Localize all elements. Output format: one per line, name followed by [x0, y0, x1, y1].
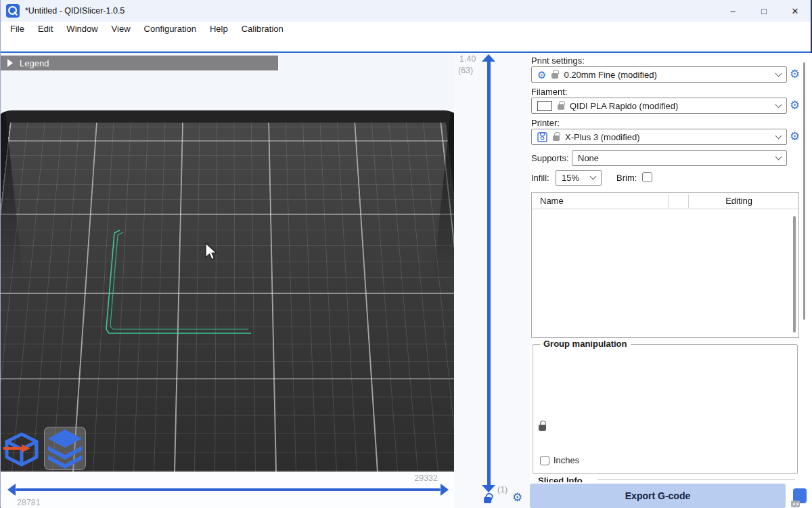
axis-arrow-icon [3, 444, 30, 454]
printer-icon [537, 132, 547, 142]
minimize-button[interactable]: – [717, 0, 748, 22]
app-logo-icon [6, 4, 20, 18]
chevron-down-icon [775, 70, 782, 77]
menu-file[interactable]: File [3, 24, 31, 34]
infill-value: 15% [562, 173, 585, 183]
chevron-down-icon [775, 154, 782, 161]
chevron-down-icon [775, 132, 782, 139]
window-title: *Untitled - QIDISlicer-1.0.5 [25, 6, 125, 16]
usb-drive-icon [793, 488, 807, 503]
supports-value: None [578, 153, 771, 163]
uniform-scale-lock-icon[interactable] [539, 425, 546, 431]
layer-slider-upper-thumb[interactable] [482, 54, 495, 62]
filament-value: QIDI PLA Rapido (modified) [570, 101, 771, 111]
group-manipulation-panel: Group manipulation Inches [533, 344, 798, 474]
layer-slider-top-value: 1.40 [459, 54, 476, 64]
export-to-usb-button[interactable] [787, 484, 812, 508]
column-divider [668, 194, 669, 208]
viewport-3d[interactable]: Legend 29332 28781 [1, 53, 454, 508]
lock-icon [553, 135, 560, 141]
printer-edit-gear[interactable]: ⚙ [790, 131, 802, 143]
horizontal-slider-right-thumb[interactable] [441, 484, 449, 496]
menu-view[interactable]: View [105, 24, 137, 34]
filament-edit-gear[interactable]: ⚙ [790, 100, 802, 112]
layer-slider-lower-thumb[interactable] [482, 485, 495, 492]
sliced-info-label: Sliced Info [538, 475, 583, 482]
printer-label: Printer: [531, 118, 560, 128]
legend-label: Legend [20, 58, 49, 68]
supports-combo[interactable]: None [572, 150, 787, 166]
print-settings-combo[interactable]: ⚙ 0.20mm Fine (modified) [531, 66, 787, 83]
gcode-range-slider: 29332 28781 [1, 472, 454, 508]
printer-value: X-Plus 3 (modified) [565, 132, 771, 142]
column-divider [688, 194, 689, 208]
title-bar: *Untitled - QIDISlicer-1.0.5 – □ ✕ [1, 0, 811, 22]
column-name: Name [540, 196, 564, 206]
group-manipulation-title: Group manipulation [540, 339, 631, 349]
chevron-down-icon [590, 173, 597, 180]
expand-triangle-icon [7, 59, 13, 67]
menu-bar: FileEditWindowViewConfigurationHelpCalib… [1, 22, 811, 35]
filament-label: Filament: [531, 87, 567, 97]
supports-label: Supports: [531, 153, 569, 163]
menu-help[interactable]: Help [203, 24, 235, 34]
chevron-down-icon [775, 101, 782, 108]
printer-combo[interactable]: X-Plus 3 (modified) [531, 129, 787, 145]
layer-slider-bottom-layer: (1) [497, 485, 508, 494]
3d-editor-view-button[interactable] [2, 429, 41, 470]
legend-collapsed-bar[interactable]: Legend [1, 56, 278, 70]
menu-configuration[interactable]: Configuration [137, 24, 203, 34]
settings-sidebar: Print settings: ⚙ 0.20mm Fine (modified)… [530, 53, 812, 508]
inches-label: Inches [554, 455, 579, 465]
unlock-icon[interactable] [484, 497, 491, 503]
object-list-scrollbar[interactable] [793, 216, 796, 333]
export-gcode-button[interactable]: Export G-code [530, 484, 786, 508]
horizontal-slider-left-thumb[interactable] [7, 484, 16, 496]
filament-color-swatch [537, 101, 552, 111]
menu-window[interactable]: Window [60, 24, 104, 34]
sidebar-scrollbar[interactable] [803, 62, 805, 320]
object-list: Name Editing [531, 192, 799, 338]
gear-icon: ⚙ [537, 70, 546, 80]
object-list-header: Name Editing [532, 193, 798, 209]
slider-min-value: 28781 [17, 498, 41, 507]
lock-icon [551, 73, 558, 79]
infill-label: Infill: [531, 173, 549, 183]
print-settings-edit-gear[interactable]: ⚙ [790, 68, 802, 81]
column-editing: Editing [715, 196, 763, 206]
view-mode-buttons [2, 424, 91, 470]
sliced-info-divider [597, 479, 795, 480]
brim-checkbox[interactable] [642, 172, 652, 182]
print-settings-value: 0.20mm Fine (modified) [564, 70, 771, 80]
print-settings-label: Print settings: [531, 56, 585, 66]
horizontal-slider-track[interactable] [16, 488, 441, 491]
app-window: *Untitled - QIDISlicer-1.0.5 – □ ✕ FileE… [0, 0, 812, 508]
brim-label: Brim: [616, 173, 637, 183]
menu-edit[interactable]: Edit [31, 24, 60, 34]
preview-layers-view-button[interactable] [44, 427, 86, 470]
inches-checkbox[interactable] [540, 456, 549, 465]
layer-slider-track[interactable] [487, 61, 491, 489]
close-button[interactable]: ✕ [780, 0, 811, 22]
layers-icon [46, 428, 84, 469]
filament-combo[interactable]: QIDI PLA Rapido (modified) [531, 98, 787, 114]
lock-icon [558, 104, 564, 110]
layer-slider-column: 1.40 (63) (1) ⚙ [454, 53, 530, 508]
infill-combo[interactable]: 15% [556, 170, 602, 186]
layer-slider-top-layer: (63) [458, 66, 473, 75]
slider-gear-icon[interactable]: ⚙ [512, 490, 522, 505]
tab-bar [1, 35, 811, 53]
maximize-button[interactable]: □ [748, 0, 780, 22]
menu-calibration[interactable]: Calibration [235, 24, 290, 34]
slider-max-value: 29332 [414, 473, 438, 483]
